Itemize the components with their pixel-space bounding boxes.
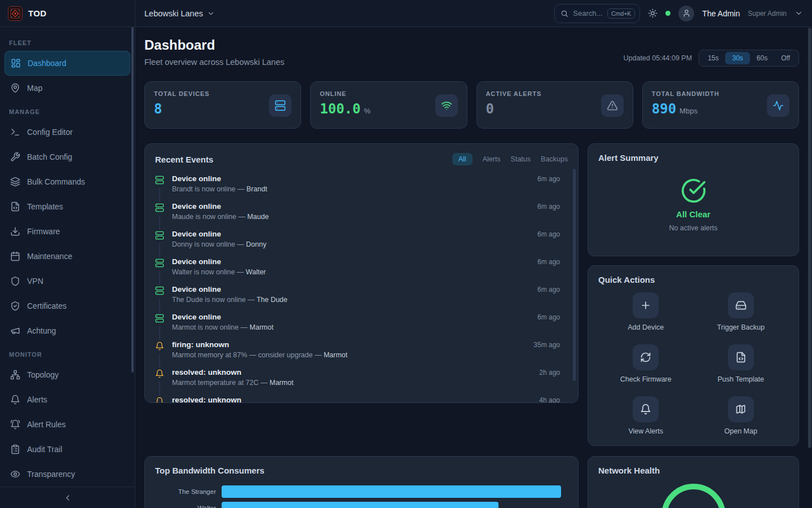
event-row[interactable]: Device online6m ago Donny is now online … [155,225,568,253]
sidebar-item-label: Batch Config [27,152,72,161]
file-code-icon [10,202,20,212]
events-scrollbar[interactable] [573,169,576,381]
event-row[interactable]: Device online6m ago Brandt is now online… [155,170,568,198]
event-time: 6m ago [537,286,568,294]
event-row[interactable]: resolved: unknown4h ago [155,391,568,403]
stat-card-total-bandwidth: TOTAL BANDWIDTH 890 Mbps [642,81,799,129]
plus-icon [633,292,659,318]
sidebar-item-map[interactable]: Map [5,76,130,100]
trigger-backup-button[interactable]: Trigger Backup [717,292,765,331]
search-input[interactable] [573,9,603,17]
megaphone-icon [10,326,20,336]
page-title: Dashboard [144,37,284,53]
file-code-icon [728,344,754,370]
sidebar-item-config-editor[interactable]: Config Editor [5,120,130,144]
event-time: 6m ago [537,230,568,238]
alert-summary-panel: Alert Summary All Clear No active alerts [588,143,799,256]
sidebar-item-label: Map [27,84,42,93]
server-icon [155,202,164,216]
sidebar-scrollbar[interactable] [131,27,134,373]
sidebar-item-bulk-commands[interactable]: Bulk Commands [5,169,130,194]
sidebar-item-alert-rules[interactable]: Alert Rules [5,412,130,437]
event-description: Marmot memory at 87% — consider upgrade … [172,351,568,359]
top-bar-main: Lebowski Lanes Cmd+K The Admin Super Adm… [135,0,812,27]
bandwidth-bar-chart: The Stranger Walter [155,485,568,508]
sidebar-item-templates[interactable]: Templates [5,194,130,219]
chevron-left-icon [63,493,72,502]
event-title: Device online [172,174,221,183]
recent-events-panel: Recent Events All Alerts Status Backups … [144,143,579,403]
refresh-interval-control: 15s 30s 60s Off [699,50,799,67]
stat-value: 0 [486,101,494,117]
event-list: Device online6m ago Brandt is now online… [155,170,568,403]
bell-icon [155,340,164,354]
theme-toggle-sun-icon[interactable] [648,8,657,18]
refresh-off-button[interactable]: Off [774,52,797,64]
tab-status[interactable]: Status [511,153,531,165]
event-row[interactable]: Device online6m ago Marmot is now online… [155,308,568,336]
org-switcher[interactable]: Lebowski Lanes [144,9,215,18]
stat-value: 100.0 [320,101,360,117]
sidebar-section-manage: MANAGE [9,108,126,115]
sidebar-item-topology[interactable]: Topology [5,362,130,387]
push-template-button[interactable]: Push Template [718,344,764,383]
connection-status-dot [665,11,670,16]
qa-label: View Alerts [628,427,663,435]
sidebar-item-label: Topology [27,370,59,379]
sidebar-item-firmware[interactable]: Firmware [5,219,130,244]
dashboard-panels: Recent Events All Alerts Status Backups … [144,143,799,508]
alert-triangle-icon [601,94,624,117]
sidebar-item-certificates[interactable]: Certificates [5,294,130,318]
bell-ring-icon [10,419,20,430]
refresh-30s-button[interactable]: 30s [725,52,749,64]
sidebar-item-alerts[interactable]: Alerts [5,387,130,412]
event-title: firing: unknown [172,340,229,349]
tab-alerts[interactable]: Alerts [483,153,501,165]
event-row[interactable]: firing: unknown35m ago Marmot memory at … [155,336,568,364]
sidebar-item-transparency[interactable]: Transparency [5,462,130,487]
refresh-15s-button[interactable]: 15s [701,52,725,64]
check-firmware-button[interactable]: Check Firmware [620,344,672,383]
wifi-icon [435,94,458,117]
view-alerts-button[interactable]: View Alerts [628,396,663,435]
bell-icon [155,368,164,382]
tab-all[interactable]: All [452,153,473,165]
recent-events-title: Recent Events [155,155,213,164]
add-device-button[interactable]: Add Device [628,292,664,331]
event-title: Device online [172,202,221,211]
search-icon [561,10,568,17]
sidebar-item-vpn[interactable]: VPN [5,269,130,294]
avatar[interactable] [678,6,694,21]
qa-label: Open Map [725,427,757,435]
brand-area: TOD [0,0,135,27]
sidebar-item-label: Templates [27,202,63,211]
page-scrollbar[interactable] [808,28,811,448]
server-icon [155,285,164,299]
event-time: 6m ago [537,313,568,321]
event-time: 6m ago [537,175,568,183]
tab-backups[interactable]: Backups [541,153,568,165]
download-icon [10,226,20,237]
event-row[interactable]: Device online6m ago The Dude is now onli… [155,281,568,308]
sidebar-item-maintenance[interactable]: Maintenance [5,244,130,269]
event-row[interactable]: resolved: unknown2h ago Marmot temperatu… [155,364,568,391]
network-health-gauge: 100 [598,482,788,508]
refresh-60s-button[interactable]: 60s [750,52,774,64]
server-icon [269,94,292,117]
open-map-button[interactable]: Open Map [725,396,757,435]
search-box[interactable]: Cmd+K [554,4,640,23]
network-icon [10,370,20,380]
qa-label: Trigger Backup [717,323,765,331]
sidebar-item-achtung[interactable]: Achtung [5,318,130,343]
stat-unit: Mbps [679,107,698,115]
user-menu-chevron-down-icon[interactable] [795,9,803,17]
refresh-icon [633,344,659,370]
event-row[interactable]: Device online6m ago Walter is now online… [155,253,568,281]
event-title: Device online [172,285,221,294]
sidebar-collapse-button[interactable] [0,487,135,508]
server-icon [155,257,164,271]
sidebar-item-batch-config[interactable]: Batch Config [5,144,130,169]
event-row[interactable]: Device online6m ago Maude is now online … [155,198,568,225]
sidebar-item-audit-trail[interactable]: Audit Trail [5,437,130,462]
sidebar-item-dashboard[interactable]: Dashboard [5,51,130,76]
